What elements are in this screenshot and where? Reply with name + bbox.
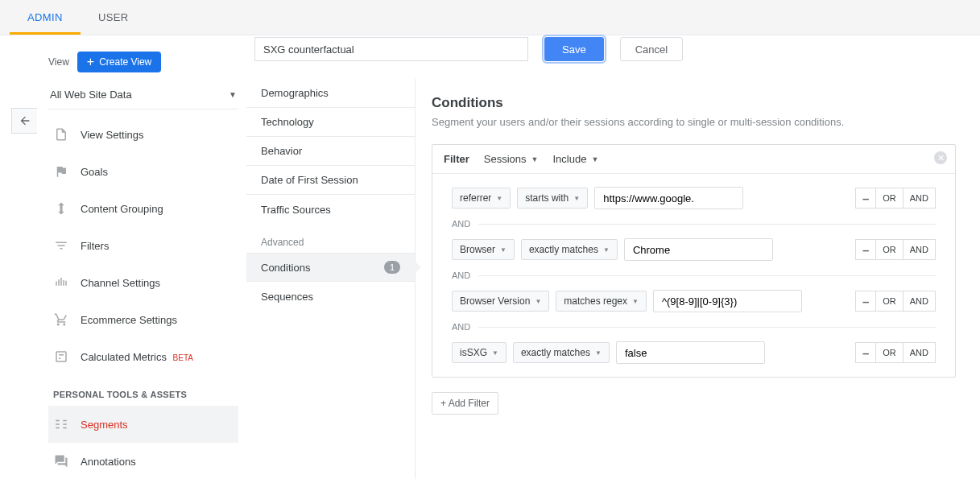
nav-label: Annotations: [81, 456, 136, 468]
field-value: Browser: [460, 244, 495, 255]
or-button[interactable]: OR: [875, 188, 904, 209]
nav-label: Calculated Metrics BETA: [81, 351, 193, 363]
tab-sequences[interactable]: Sequences: [246, 282, 415, 311]
field-dropdown[interactable]: Browser▼: [452, 239, 515, 260]
nav-label: Channel Settings: [81, 277, 160, 289]
nav-label: View Settings: [81, 129, 144, 141]
separator-line: [478, 224, 936, 225]
field-dropdown[interactable]: isSXG▼: [452, 342, 507, 363]
field-dropdown[interactable]: referrer▼: [452, 188, 511, 209]
segments-icon: [53, 416, 69, 432]
and-separator: AND: [452, 270, 470, 280]
and-button[interactable]: AND: [903, 291, 936, 312]
and-button[interactable]: AND: [903, 342, 936, 363]
tab-user[interactable]: USER: [81, 0, 147, 35]
operator-dropdown[interactable]: exactly matches▼: [513, 342, 610, 363]
remove-filter-button[interactable]: ✕: [934, 151, 947, 164]
segment-name-input[interactable]: [254, 37, 528, 61]
caret-down-icon: ▼: [603, 246, 610, 254]
and-separator: AND: [452, 219, 470, 229]
save-button[interactable]: Save: [544, 37, 604, 61]
create-view-text: Create View: [99, 56, 151, 68]
flag-icon: [53, 163, 69, 180]
tab-technology[interactable]: Technology: [246, 108, 415, 137]
nav-segments[interactable]: Segments: [48, 406, 238, 443]
plus-icon: +: [87, 56, 94, 68]
caret-down-icon: ▼: [500, 246, 507, 254]
remove-row-button[interactable]: –: [855, 342, 876, 363]
value-input[interactable]: [594, 187, 743, 209]
svg-rect-0: [56, 352, 66, 361]
operator-dropdown[interactable]: matches regex▼: [556, 291, 647, 312]
nav-annotations[interactable]: Annotations: [48, 443, 238, 479]
caret-down-icon: ▼: [535, 298, 541, 305]
remove-row-button[interactable]: –: [855, 188, 876, 209]
nav-content-grouping[interactable]: Content Grouping: [48, 190, 238, 227]
filter-scope-dropdown[interactable]: Sessions ▼: [484, 153, 539, 165]
view-select[interactable]: All Web Site Data ▼: [48, 84, 238, 109]
value-input[interactable]: [624, 238, 773, 261]
field-value: referrer: [460, 192, 491, 204]
tab-admin[interactable]: ADMIN: [10, 0, 81, 35]
or-button[interactable]: OR: [875, 342, 904, 363]
channel-icon: [53, 275, 69, 291]
caret-down-icon: ▼: [632, 298, 639, 305]
cancel-button[interactable]: Cancel: [620, 37, 683, 61]
remove-row-button[interactable]: –: [855, 291, 876, 312]
operator-dropdown[interactable]: starts with▼: [517, 188, 588, 209]
funnel-icon: [53, 237, 69, 254]
page-icon: [53, 126, 69, 142]
op-value: matches regex: [564, 295, 627, 307]
caret-down-icon: ▼: [492, 349, 498, 357]
value-input[interactable]: [653, 290, 802, 312]
nav-label: Content Grouping: [81, 203, 163, 215]
nav-view-settings[interactable]: View Settings: [48, 116, 238, 153]
caret-down-icon: ▼: [531, 155, 539, 163]
nav-goals[interactable]: Goals: [48, 153, 238, 190]
operator-dropdown[interactable]: exactly matches▼: [521, 239, 618, 260]
and-button[interactable]: AND: [903, 239, 936, 260]
or-button[interactable]: OR: [875, 291, 904, 312]
filter-scope-value: Sessions: [484, 153, 527, 165]
tab-traffic-sources[interactable]: Traffic Sources: [246, 195, 415, 224]
view-select-value: All Web Site Data: [50, 89, 132, 101]
advanced-header: Advanced: [246, 224, 415, 253]
conditions-title: Conditions: [432, 95, 956, 111]
caret-down-icon: ▼: [229, 90, 237, 99]
nav-filters[interactable]: Filters: [48, 227, 238, 264]
arrow-left-icon: [19, 114, 31, 127]
nav-calculated-metrics[interactable]: Calculated Metrics BETA: [48, 338, 238, 375]
field-value: Browser Version: [460, 295, 530, 307]
tab-conditions[interactable]: Conditions 1: [246, 253, 415, 282]
and-separator: AND: [452, 322, 470, 332]
op-value: exactly matches: [529, 244, 598, 255]
filter-include-dropdown[interactable]: Include ▼: [552, 153, 598, 165]
field-dropdown[interactable]: Browser Version▼: [452, 291, 549, 312]
caret-down-icon: ▼: [573, 195, 580, 202]
tab-date-first-session[interactable]: Date of First Session: [246, 166, 415, 195]
value-input[interactable]: [616, 341, 765, 364]
add-filter-button[interactable]: + Add Filter: [432, 392, 498, 415]
or-button[interactable]: OR: [875, 239, 904, 260]
nav-label: Filters: [81, 240, 109, 252]
and-button[interactable]: AND: [903, 188, 936, 209]
filter-label: Filter: [444, 153, 469, 165]
view-label: View: [48, 56, 69, 68]
remove-row-button[interactable]: –: [855, 239, 876, 260]
tab-behavior[interactable]: Behavior: [246, 137, 415, 166]
tab-demographics[interactable]: Demographics: [246, 79, 415, 108]
filter-card: ✕ Filter Sessions ▼ Include ▼: [432, 144, 956, 378]
cart-icon: [53, 312, 69, 328]
field-value: isSXG: [460, 347, 487, 358]
conditions-count-badge: 1: [384, 261, 400, 274]
back-button[interactable]: [11, 108, 37, 134]
nav-ecommerce-settings[interactable]: Ecommerce Settings: [48, 301, 238, 338]
create-view-button[interactable]: + Create View: [77, 52, 162, 72]
personal-tools-header: PERSONAL TOOLS & ASSETS: [48, 375, 238, 406]
group-icon: [53, 200, 69, 217]
op-value: starts with: [525, 192, 569, 204]
nav-channel-settings[interactable]: Channel Settings: [48, 264, 238, 301]
separator-line: [478, 275, 936, 276]
caret-down-icon: ▼: [496, 195, 502, 202]
beta-badge: BETA: [173, 353, 193, 362]
